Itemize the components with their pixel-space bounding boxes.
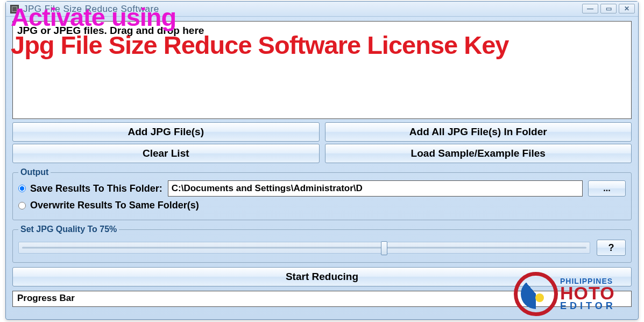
logo-text-bottom: EDITOR [560, 301, 616, 311]
minimize-button[interactable]: — [582, 4, 598, 13]
save-to-folder-radio[interactable] [18, 185, 26, 192]
output-fieldset: Output Save Results To This Folder: ... … [12, 167, 632, 220]
browse-button[interactable]: ... [588, 180, 626, 197]
logo-circle-icon [514, 272, 558, 316]
help-button[interactable]: ? [597, 240, 626, 256]
overwrite-radio[interactable] [18, 202, 26, 209]
quality-slider[interactable] [18, 242, 590, 254]
output-path-input[interactable] [168, 180, 583, 197]
add-all-jpg-folder-button[interactable]: Add All JPG File(s) In Folder [325, 122, 632, 142]
watermark-logo: PHILIPPINES HOTO EDITOR [514, 270, 638, 318]
output-overwrite-row: Overwrite Results To Same Folder(s) [18, 200, 626, 211]
quality-legend: Set JPG Quality To 75% [18, 225, 119, 234]
overwrite-label: Overwrite Results To Same Folder(s) [30, 200, 199, 211]
maximize-button[interactable]: ▭ [600, 4, 617, 13]
quality-row: ? [18, 240, 626, 256]
overlay-activate-text: Activate using [11, 4, 176, 30]
load-sample-button[interactable]: Load Sample/Example Files [325, 144, 632, 163]
content-area: JPG or JPEG files. Drag and drop here Ad… [6, 17, 638, 312]
button-grid: Add JPG File(s) Add All JPG File(s) In F… [12, 122, 632, 163]
overwrite-radio-wrap: Overwrite Results To Same Folder(s) [18, 200, 199, 211]
output-save-row: Save Results To This Folder: ... [18, 180, 626, 197]
logo-inner-icon [521, 279, 551, 309]
progress-label: Progress Bar [17, 293, 75, 303]
close-button[interactable]: ✕ [619, 4, 635, 13]
save-to-folder-label: Save Results To This Folder: [30, 183, 162, 194]
logo-text: PHILIPPINES HOTO EDITOR [560, 277, 616, 311]
window-controls: — ▭ ✕ [582, 4, 635, 13]
clear-list-button[interactable]: Clear List [12, 144, 320, 163]
output-legend: Output [18, 167, 51, 177]
logo-text-mid: HOTO [560, 285, 616, 302]
slider-thumb[interactable] [381, 241, 387, 255]
overlay-license-text: Jpg File Size Reduce Software License Ke… [11, 32, 508, 58]
quality-fieldset: Set JPG Quality To 75% ? [12, 225, 632, 263]
save-to-folder-radio-wrap: Save Results To This Folder: [18, 183, 162, 194]
slider-channel [22, 247, 586, 249]
add-jpg-file-button[interactable]: Add JPG File(s) [12, 122, 320, 142]
logo-dot-icon [535, 293, 544, 302]
